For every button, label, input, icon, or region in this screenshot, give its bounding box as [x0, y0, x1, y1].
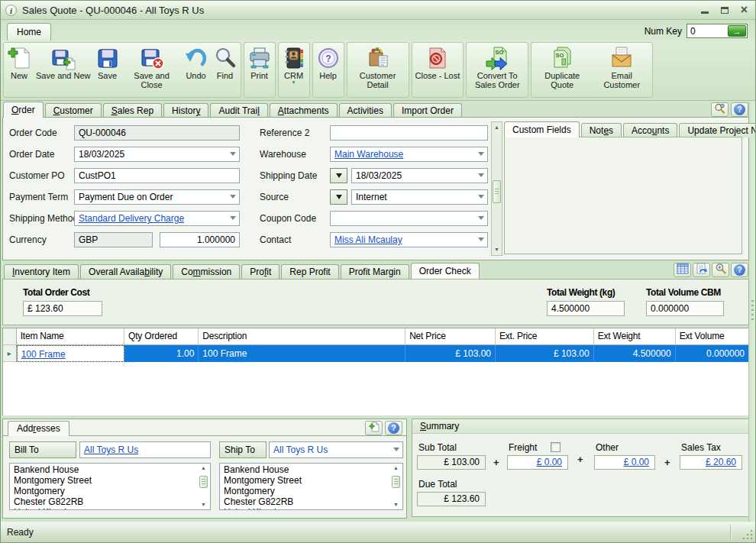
crm-button[interactable]: CRM ▾ — [279, 44, 309, 96]
shipping-method-combo[interactable]: Standard Delivery Charge — [74, 211, 240, 226]
tab-addresses[interactable]: Addresses — [8, 421, 69, 436]
col-item-name[interactable]: Item Name — [17, 328, 124, 345]
ship-to-value[interactable]: All Toys R Us — [273, 444, 328, 455]
tab-customer[interactable]: Customer — [45, 103, 102, 118]
bill-address-scrollbar[interactable]: ▲ ▼ — [199, 464, 210, 509]
scroll-up-icon[interactable]: ▲ — [392, 464, 400, 473]
table-row[interactable]: 100 Frame 1.00 100 Frame £ 103.00 £ 103.… — [3, 345, 748, 362]
scroll-down-icon[interactable]: ▼ — [199, 500, 208, 509]
email-customer-button[interactable]: Email Customer — [592, 44, 651, 96]
tab-accounts[interactable]: Accounts — [623, 123, 677, 137]
zoom-button[interactable] — [712, 263, 729, 277]
save-button[interactable]: Save — [93, 44, 122, 96]
scroll-down-icon[interactable]: ▼ — [392, 500, 400, 509]
freight-checkbox[interactable] — [551, 442, 561, 452]
other-field[interactable]: £ 0.00 — [594, 455, 655, 470]
tab-sales-rep[interactable]: Sales Rep — [103, 103, 162, 118]
bill-to-link[interactable]: All Toys R Us — [84, 444, 138, 455]
ship-scrollbar-thumb[interactable] — [392, 476, 400, 488]
minimize-icon[interactable] — [701, 11, 709, 14]
form-scrollbar[interactable]: ▲ ▼ — [491, 121, 502, 256]
source-combo[interactable]: Internet — [351, 189, 488, 205]
source-drop-button[interactable] — [330, 189, 347, 205]
cell-description[interactable]: 100 Frame — [199, 345, 405, 362]
bill-scrollbar-thumb[interactable] — [199, 476, 208, 488]
col-net-price[interactable]: Net Price — [405, 328, 496, 345]
new-button[interactable]: New — [5, 44, 34, 96]
resize-grip[interactable] — [743, 530, 753, 540]
cell-qty-ordered[interactable]: 1.00 — [124, 345, 199, 362]
title-bar[interactable]: Sales Quote - QU-000046 - All Toys R Us — [1, 1, 755, 20]
tab-import-order[interactable]: Import Order — [393, 103, 462, 118]
cell-net-price[interactable]: £ 103.00 — [405, 345, 496, 362]
ship-address-scrollbar[interactable]: ▲ ▼ — [391, 464, 402, 509]
shipping-method-link[interactable]: Standard Delivery Charge — [79, 213, 184, 224]
order-tab-help-button[interactable] — [731, 102, 748, 117]
right-splitter[interactable] — [748, 102, 755, 522]
form-scrollbar-thumb[interactable] — [493, 180, 501, 203]
save-and-new-button[interactable]: Save and New — [34, 44, 93, 96]
tab-attachments[interactable]: Attachments — [270, 103, 338, 118]
customer-detail-button[interactable]: Customer Detail — [348, 44, 408, 96]
new-address-button[interactable] — [365, 421, 383, 435]
freight-field[interactable]: £ 0.00 — [507, 455, 568, 470]
tab-order[interactable]: Order — [3, 102, 44, 118]
ship-to-combo[interactable]: All Toys R Us — [269, 441, 403, 458]
convert-to-sales-order-button[interactable]: SO Convert To Sales Order — [467, 44, 527, 96]
find-button[interactable]: Find — [211, 44, 240, 96]
help-button[interactable]: ? Help — [314, 44, 343, 96]
other-link[interactable]: £ 0.00 — [624, 457, 649, 467]
scroll-up-icon[interactable]: ▲ — [493, 123, 501, 132]
tab-profit[interactable]: Profit — [241, 264, 279, 279]
tab-order-check[interactable]: Order Check — [411, 263, 480, 279]
duplicate-quote-button[interactable]: SO Duplicate Quote — [532, 44, 592, 96]
scroll-down-icon[interactable]: ▼ — [493, 245, 501, 254]
tab-custom-fields[interactable]: Custom Fields — [504, 121, 580, 137]
freight-link[interactable]: £ 0.00 — [537, 457, 562, 467]
reference2-field[interactable] — [330, 125, 488, 141]
close-icon[interactable] — [741, 5, 748, 15]
tab-audit-trail[interactable]: Audit Trail — [210, 103, 267, 118]
lookup-settings-button[interactable] — [711, 102, 729, 117]
warehouse-combo[interactable]: Main Warehouse — [330, 147, 488, 162]
shipping-date-drop-button[interactable] — [330, 168, 347, 183]
col-ext-volume[interactable]: Ext Volume — [676, 328, 748, 345]
num-key-go-button[interactable] — [728, 25, 746, 37]
cell-ext-weight[interactable]: 4.500000 — [594, 345, 676, 362]
col-ext-weight[interactable]: Ext Weight — [594, 328, 676, 345]
payment-term-combo[interactable]: Payment Due on Order — [74, 189, 240, 205]
grid-view-button[interactable] — [674, 263, 691, 277]
close-lost-button[interactable]: Close - Lost — [413, 44, 463, 96]
print-button[interactable]: Print — [245, 44, 274, 96]
tab-commission[interactable]: Commission — [173, 264, 240, 279]
tab-notes[interactable]: Notes — [581, 123, 622, 137]
order-date-combo[interactable]: 18/03/2025 — [74, 147, 240, 162]
warehouse-link[interactable]: Main Warehouse — [334, 149, 403, 160]
addresses-help-button[interactable] — [385, 421, 402, 435]
save-and-close-button[interactable]: Save and Close — [122, 44, 182, 96]
num-key-input[interactable]: 0 — [687, 24, 748, 38]
bill-to-address[interactable]: Bankend House Montgomery Street Montgome… — [9, 463, 211, 510]
maximize-icon[interactable] — [721, 7, 729, 14]
cell-ext-volume[interactable]: 0.000000 — [676, 345, 748, 362]
sales-tax-field[interactable]: £ 20.60 — [680, 455, 742, 470]
tab-inventory-item[interactable]: Inventory Item — [4, 264, 79, 279]
tab-update-project-no[interactable]: Update Project No. — [679, 123, 756, 137]
tab-overall-availability[interactable]: Overall Availability — [80, 264, 171, 279]
ship-to-address[interactable]: Bankend House Montgomery Street Montgome… — [219, 463, 403, 510]
tab-profit-margin[interactable]: Profit Margin — [341, 264, 409, 279]
col-description[interactable]: Description — [199, 328, 405, 345]
tab-history[interactable]: History — [163, 103, 208, 118]
col-ext-price[interactable]: Ext. Price — [496, 328, 594, 345]
shipping-date-combo[interactable]: 18/03/2025 — [351, 168, 488, 183]
currency-rate-field[interactable]: 1.000000 — [160, 232, 240, 247]
contact-link[interactable]: Miss Ali Mcaulay — [334, 234, 402, 245]
col-qty-ordered[interactable]: Qty Ordered — [124, 328, 199, 345]
bill-to-button[interactable]: Bill To — [9, 441, 76, 458]
tab-rep-profit[interactable]: Rep Profit — [281, 264, 338, 279]
undo-button[interactable]: Undo — [182, 44, 211, 96]
item-name-link[interactable]: 100 Frame — [21, 349, 66, 360]
coupon-code-combo[interactable] — [330, 211, 488, 226]
cell-item-name[interactable]: 100 Frame — [17, 345, 124, 362]
bill-to-field[interactable]: All Toys R Us — [79, 441, 211, 458]
